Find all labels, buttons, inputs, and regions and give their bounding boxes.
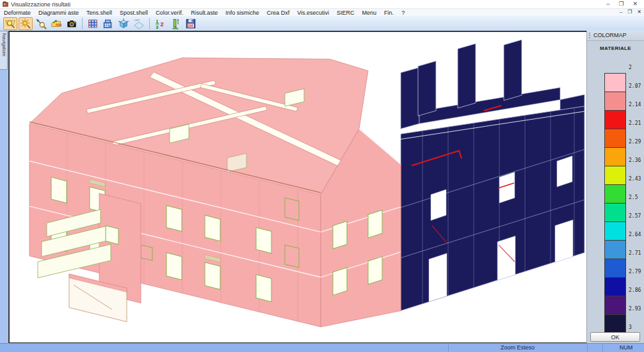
menu-deformate[interactable]: Deformate [0,10,35,16]
colormap-swatch [605,278,625,296]
menu-crea-dxf[interactable]: Crea Dxf [263,10,294,16]
colormap-value-label: 3 [629,324,632,331]
colormap-value-label: 2.93 [629,306,641,312]
menu-sierc[interactable]: SIERC [333,10,358,16]
minimize-button[interactable]: – [606,1,609,8]
colormap-swatch [605,204,625,222]
colormap-value-label: 2.43 [629,176,641,182]
restore-button[interactable]: ❐ [618,1,624,8]
menu-risult-aste[interactable]: Risult.aste [187,10,221,16]
app-icon [3,1,8,7]
colormap-swatch [605,241,625,259]
svg-text:1: 1 [156,19,159,24]
status-zoom-mode: Zoom Esteso [449,344,586,352]
navigator-tab[interactable]: Navigatore [0,31,8,70]
svg-text:DXF: DXF [188,24,194,27]
export-print-icon[interactable]: PRN [49,17,63,30]
zoom-extents-icon[interactable] [19,17,33,30]
colormap-swatch [605,185,625,204]
colormap-value-label: 2.71 [629,250,641,257]
colormap-value-label: 2.14 [629,102,641,108]
zoom-window-icon[interactable] [3,17,17,30]
svg-text:PRN: PRN [56,23,62,26]
colormap-value-label: 2.64 [629,232,641,238]
colormap-swatch [605,74,625,92]
mdi-close-button[interactable]: ✕ [637,9,641,15]
building-3d-icon[interactable] [101,17,115,30]
menu-bar: DeformateDiagrammi asteTens.shellSpost.s… [0,9,644,16]
axonometry-cube-icon[interactable] [117,17,131,30]
save-dxf-icon[interactable]: DXF [184,17,198,30]
column-info-icon[interactable] [168,17,182,30]
menu-color-verif[interactable]: Color.verif. [152,10,187,16]
plan-view-icon[interactable] [86,17,100,30]
menu-spost-shell[interactable]: Spost.shell [116,10,152,16]
svg-text:OFF: OFF [134,19,140,22]
toolbar-separator [149,18,150,29]
toolbar: PRNOFF132DXF [0,16,644,31]
model-canvas[interactable] [8,31,587,344]
navy-building [401,40,584,310]
zoom-dynamic-icon[interactable] [34,17,48,30]
colormap-value-label: 2.5 [629,195,638,201]
menu-menu[interactable]: Menu [358,10,381,16]
colormap-value-label: 2.36 [629,157,641,164]
colormap-swatch [605,129,625,148]
colormap-scale [604,73,626,333]
svg-text:2: 2 [160,20,163,27]
close-button[interactable]: ✕ [632,1,638,8]
menu-tens-shell[interactable]: Tens.shell [83,10,116,16]
colormap-swatch [605,166,625,185]
menu-vis-esecutivi[interactable]: Vis.esecutivi [293,10,333,16]
menu-fin[interactable]: Fin. [380,10,398,16]
workspace: Navigatore [0,31,644,344]
ok-button[interactable]: OK [590,332,640,342]
colormap-title: COLORMAP [593,32,627,38]
numbering-icon[interactable]: 132 [153,17,167,30]
model-3d-view [10,32,586,342]
colormap-value-label: 2.86 [629,287,641,294]
colormap-panel: COLORMAP MATERIALE 22.072.142.212.292.36… [586,31,644,344]
svg-text:3: 3 [156,24,158,29]
colormap-value-label: 2.29 [629,139,641,145]
colormap-swatch [605,259,625,278]
colormap-swatch [605,296,625,315]
colormap-legend-title: MATERIALE [587,45,644,51]
colormap-swatch [605,148,625,166]
menu-info-sismiche[interactable]: Info sismiche [221,10,263,16]
mdi-minimize-button[interactable]: – [620,9,622,15]
colormap-value-label: 2.07 [629,83,641,90]
status-bar: Zoom Esteso NUM [0,343,644,352]
colormap-value-label: 2.79 [629,269,641,275]
colormap-swatch [605,111,625,129]
panel-grip[interactable] [589,33,592,38]
status-separator [448,344,449,351]
title-bar: Visualizzazione risultati – ❐ ✕ [0,0,644,9]
status-separator [602,344,603,351]
mdi-restore-button[interactable]: ❐ [627,9,632,15]
colormap-swatch [605,222,625,241]
status-num-indicator: NUM [612,344,640,352]
menu-diagrammi-aste[interactable]: Diagrammi aste [35,10,83,16]
dxf-off-icon[interactable]: OFF [132,17,146,30]
colormap-value-label: 2 [629,65,632,71]
colormap-swatch [605,315,625,333]
window-title: Visualizzazione risultati [11,1,606,8]
colormap-swatch [605,92,625,111]
colormap-value-label: 2.57 [629,213,641,220]
toolbar-separator [82,18,83,29]
snapshot-camera-icon[interactable] [65,17,79,30]
navigator-strip: Navigatore [0,31,8,344]
status-separator [587,344,588,351]
colormap-value-label: 2.21 [629,120,641,127]
menu-[interactable]: ? [398,10,408,16]
colormap-panel-header[interactable]: COLORMAP [587,31,644,41]
